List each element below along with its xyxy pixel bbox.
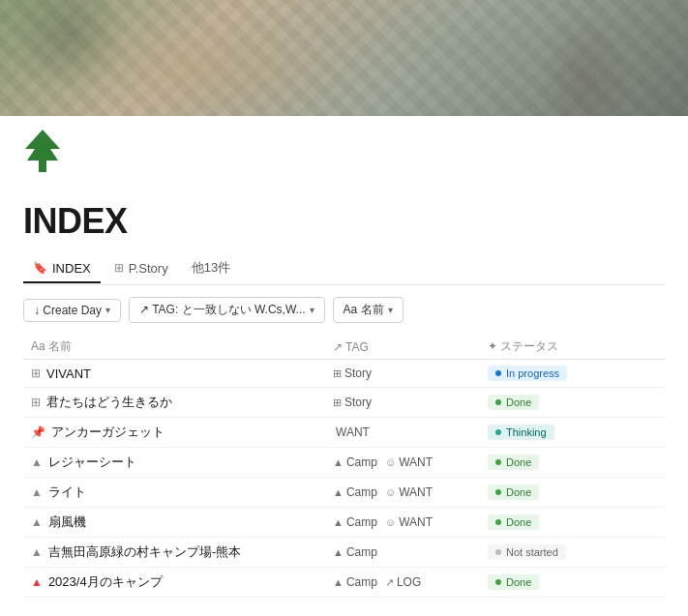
cell-status-3: Thinking <box>488 425 665 440</box>
chevron-down-icon-2: ▾ <box>310 305 314 315</box>
cell-tag-6: ▲Camp☺WANT <box>333 515 488 529</box>
chevron-down-icon-3: ▾ <box>388 305 393 315</box>
table-row[interactable]: ⊞VIVANT⊞StoryIn progress <box>23 360 665 388</box>
tag-icon-2: ☺ <box>385 456 396 468</box>
table-row[interactable]: ▲吉無田高原緑の村キャンプ場-熊本▲CampNot started <box>23 538 665 568</box>
tag-label-single: Camp <box>346 545 377 559</box>
cell-name-4: ▲レジャーシート <box>23 454 333 471</box>
status-label: Thinking <box>506 426 547 438</box>
col-header-status: ✦ ステータス <box>488 338 665 355</box>
tab-index-label: INDEX <box>52 261 91 276</box>
cell-tag-3: WANT <box>333 425 488 439</box>
tag-label-single: WANT <box>336 425 370 439</box>
row-type-icon: ⊞ <box>31 367 41 380</box>
tag-label-single: Story <box>344 367 372 380</box>
cell-status-6: Done <box>488 514 665 530</box>
row-name-text: VIVANT <box>46 367 91 381</box>
tag-icon-2: ☺ <box>385 516 396 528</box>
tag-icon-1: ▲ <box>333 456 344 468</box>
cell-name-5: ▲ライト <box>23 484 333 501</box>
col-header-name: Aa 名前 <box>23 338 333 355</box>
logo-area <box>0 116 688 186</box>
tag-icon-single: ⊞ <box>333 367 342 380</box>
status-label: Done <box>506 396 531 408</box>
tag-label-2: LOG <box>397 575 421 589</box>
status-badge: Not started <box>488 544 566 560</box>
row-type-icon: ▲ <box>31 575 43 589</box>
status-badge: Done <box>488 395 539 410</box>
tab-others[interactable]: 他13件 <box>182 253 240 284</box>
tab-index[interactable]: 🔖 INDEX <box>23 255 101 283</box>
tag-label-1: Camp <box>346 575 377 589</box>
tab-pstory[interactable]: ⊞ P.Story <box>105 255 178 283</box>
tab-others-label: 他13件 <box>192 259 230 277</box>
filter-name[interactable]: Aa 名前 ▾ <box>333 297 404 323</box>
table-row[interactable]: ▲扇風機▲Camp☺WANTDone <box>23 508 665 538</box>
chevron-down-icon-1: ▾ <box>105 305 110 315</box>
tag-badge-2: ↗LOG <box>385 575 421 589</box>
status-badge: In progress <box>488 366 567 381</box>
row-name-text: 吉無田高原緑の村キャンプ場-熊本 <box>48 543 241 561</box>
tag-badge-2: ☺WANT <box>385 485 433 499</box>
tag-badge-1: ▲Camp <box>333 455 377 469</box>
cell-status-7: Not started <box>488 544 665 560</box>
cell-name-3: 📌アンカーガジェット <box>23 424 333 441</box>
table-body: ⊞VIVANT⊞StoryIn progress⊞君たちはどう生きるか⊞Stor… <box>23 360 665 598</box>
col-tag-label: ↗ TAG <box>333 340 369 354</box>
filter-create-day[interactable]: ↓ Create Day ▾ <box>23 299 121 322</box>
cell-tag-1: ⊞Story <box>333 367 488 380</box>
cell-tag-7: ▲Camp <box>333 545 488 559</box>
tag-icon-1: ▲ <box>333 516 344 528</box>
table-row[interactable]: ▲レジャーシート▲Camp☺WANTDone <box>23 448 665 478</box>
page-content: INDEX 🔖 INDEX ⊞ P.Story 他13件 ↓ Create Da… <box>0 201 688 598</box>
filter-tag[interactable]: ↗ TAG: と一致しない W.Cs,W... ▾ <box>129 297 325 323</box>
table-row[interactable]: ⊞君たちはどう生きるか⊞StoryDone <box>23 388 665 418</box>
tag-badge-single: ⊞Story <box>333 367 372 380</box>
table-row[interactable]: 📌アンカーガジェットWANTThinking <box>23 418 665 448</box>
cell-status-5: Done <box>488 484 665 500</box>
row-name-text: アンカーガジェット <box>51 424 165 441</box>
status-dot <box>495 549 501 555</box>
tag-label-1: Camp <box>346 485 377 499</box>
tag-badge-single: ▲Camp <box>333 545 377 559</box>
tag-icon-1: ▲ <box>333 576 344 588</box>
tag-badge-2: ☺WANT <box>385 455 433 469</box>
cell-status-4: Done <box>488 455 665 470</box>
status-label: Done <box>506 486 531 498</box>
tag-badge-2: ☺WANT <box>385 515 433 529</box>
row-type-icon: ▲ <box>31 545 43 559</box>
status-label: Done <box>506 456 531 468</box>
banner-texture <box>0 0 688 116</box>
col-name-label: Aa 名前 <box>31 338 72 355</box>
status-badge: Thinking <box>488 425 554 440</box>
cell-name-8: ▲2023/4月のキャンプ <box>23 573 333 591</box>
row-name-text: 2023/4月のキャンプ <box>48 573 163 591</box>
status-dot <box>495 459 501 465</box>
cell-tag-8: ▲Camp↗LOG <box>333 575 488 589</box>
cell-tag-2: ⊞Story <box>333 396 488 409</box>
status-dot <box>495 579 501 585</box>
table-header: Aa 名前 ↗ TAG ✦ ステータス <box>23 335 665 360</box>
tag-badge-1: ▲Camp <box>333 485 377 499</box>
filter-tag-label: ↗ TAG: と一致しない W.Cs,W... <box>139 302 306 318</box>
tag-icon-single: ▲ <box>333 546 344 558</box>
row-name-text: ライト <box>48 484 86 501</box>
row-type-icon: ▲ <box>31 485 43 499</box>
tag-badge-single: WANT <box>333 425 370 439</box>
col-status-label: ✦ ステータス <box>488 338 558 355</box>
table-row[interactable]: ▲ライト▲Camp☺WANTDone <box>23 478 665 508</box>
tabs-bar: 🔖 INDEX ⊞ P.Story 他13件 <box>23 253 665 285</box>
status-dot <box>495 370 501 376</box>
filter-create-day-label: ↓ Create Day <box>34 304 102 317</box>
status-label: Done <box>506 576 531 588</box>
status-badge: Done <box>488 574 539 590</box>
col-header-tag: ↗ TAG <box>333 340 488 354</box>
row-type-icon: ▲ <box>31 455 43 469</box>
row-type-icon: ⊞ <box>31 396 41 409</box>
status-label: Done <box>506 516 531 528</box>
row-name-text: 君たちはどう生きるか <box>46 394 172 411</box>
tag-label-1: Camp <box>346 455 377 469</box>
table-row[interactable]: ▲2023/4月のキャンプ▲Camp↗LOGDone <box>23 568 665 598</box>
status-label: In progress <box>506 367 559 379</box>
row-name-text: レジャーシート <box>48 454 136 471</box>
